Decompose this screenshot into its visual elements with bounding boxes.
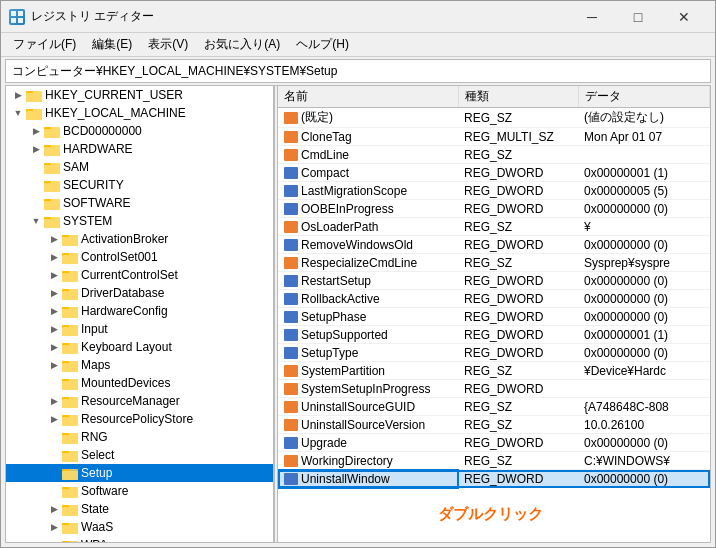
- tree-item-setup[interactable]: Setup: [6, 464, 273, 482]
- registry-row[interactable]: (既定)REG_SZ(値の設定なし): [278, 108, 710, 128]
- tree-item-hardwareconfig[interactable]: ▶ HardwareConfig: [6, 302, 273, 320]
- registry-row[interactable]: UninstallSourceVersionREG_SZ10.0.26100: [278, 416, 710, 434]
- svg-rect-36: [62, 273, 78, 282]
- svg-rect-27: [44, 219, 60, 228]
- registry-row[interactable]: UninstallWindowREG_DWORD0x00000000 (0): [278, 470, 710, 488]
- registry-row[interactable]: CmdLineREG_SZ: [278, 146, 710, 164]
- tree-item-mounteddevices[interactable]: MountedDevices: [6, 374, 273, 392]
- folder-icon: [62, 340, 78, 354]
- registry-name-text: SystemPartition: [301, 364, 385, 378]
- tree-item-driverdatabase[interactable]: ▶ DriverDatabase: [6, 284, 273, 302]
- tree-item-wpa[interactable]: ▶ WPA: [6, 536, 273, 542]
- registry-name-text: RespecializeCmdLine: [301, 256, 417, 270]
- tree-item-state[interactable]: ▶ State: [6, 500, 273, 518]
- tree-label: HKEY_CURRENT_USER: [45, 88, 183, 102]
- expand-icon: ▼: [10, 105, 26, 121]
- close-button[interactable]: ✕: [661, 1, 707, 33]
- tree-item-system[interactable]: ▼ SYSTEM: [6, 212, 273, 230]
- svg-rect-2: [11, 18, 16, 23]
- tree-pane[interactable]: ▶ HKEY_CURRENT_USER ▼ HKEY_LOCAL_MACHINE…: [6, 86, 274, 542]
- tree-item-keyboard-layout[interactable]: ▶ Keyboard Layout: [6, 338, 273, 356]
- breadcrumb-path: コンピューター¥HKEY_LOCAL_MACHINE¥SYSTEM¥Setup: [12, 63, 337, 80]
- registry-name-text: CloneTag: [301, 130, 352, 144]
- tree-item-activationbroker[interactable]: ▶ ActivationBroker: [6, 230, 273, 248]
- registry-row[interactable]: UninstallSourceGUIDREG_SZ{A748648C-808: [278, 398, 710, 416]
- tree-label: Setup: [81, 466, 112, 480]
- folder-icon: [62, 322, 78, 336]
- registry-row[interactable]: CloneTagREG_MULTI_SZMon Apr 01 07: [278, 128, 710, 146]
- registry-row[interactable]: RestartSetupREG_DWORD0x00000000 (0): [278, 272, 710, 290]
- registry-cell-name: SetupType: [278, 344, 458, 362]
- tree-item-sam[interactable]: SAM: [6, 158, 273, 176]
- folder-icon: [62, 268, 78, 282]
- registry-cell-type: REG_SZ: [458, 146, 578, 164]
- tree-item-maps[interactable]: ▶ Maps: [6, 356, 273, 374]
- svg-rect-72: [62, 489, 78, 498]
- registry-row[interactable]: SetupTypeREG_DWORD0x00000000 (0): [278, 344, 710, 362]
- registry-cell-data: (値の設定なし): [578, 108, 710, 128]
- tree-item-hklm[interactable]: ▼ HKEY_LOCAL_MACHINE: [6, 104, 273, 122]
- registry-row[interactable]: RollbackActiveREG_DWORD0x00000000 (0): [278, 290, 710, 308]
- menu-favorites[interactable]: お気に入り(A): [196, 34, 288, 55]
- menu-view[interactable]: 表示(V): [140, 34, 196, 55]
- registry-cell-name: SystemSetupInProgress: [278, 380, 458, 398]
- maximize-button[interactable]: □: [615, 1, 661, 33]
- tree-item-controlset001[interactable]: ▶ ControlSet001: [6, 248, 273, 266]
- tree-label: SAM: [63, 160, 89, 174]
- tree-label: CurrentControlSet: [81, 268, 178, 282]
- tree-item-software-hklm[interactable]: SOFTWARE: [6, 194, 273, 212]
- tree-item-currentcontrolset[interactable]: ▶ CurrentControlSet: [6, 266, 273, 284]
- svg-rect-0: [11, 11, 16, 16]
- registry-name-text: UninstallWindow: [301, 472, 390, 486]
- menu-edit[interactable]: 編集(E): [84, 34, 140, 55]
- registry-cell-type: REG_DWORD: [458, 470, 578, 488]
- menu-file[interactable]: ファイル(F): [5, 34, 84, 55]
- tree-item-hkcu[interactable]: ▶ HKEY_CURRENT_USER: [6, 86, 273, 104]
- dword-icon: [284, 167, 298, 179]
- registry-cell-name: SetupSupported: [278, 326, 458, 344]
- tree-label: ActivationBroker: [81, 232, 168, 246]
- registry-row[interactable]: RespecializeCmdLineREG_SZSysprep¥syspre: [278, 254, 710, 272]
- folder-icon: [44, 214, 60, 228]
- registry-cell-data: 0x00000000 (0): [578, 290, 710, 308]
- tree-item-resourcemanager[interactable]: ▶ ResourceManager: [6, 392, 273, 410]
- registry-row[interactable]: WorkingDirectoryREG_SZC:¥WINDOWS¥: [278, 452, 710, 470]
- registry-row[interactable]: RemoveWindowsOldREG_DWORD0x00000000 (0): [278, 236, 710, 254]
- registry-cell-data: C:¥WINDOWS¥: [578, 452, 710, 470]
- registry-row[interactable]: OOBEInProgressREG_DWORD0x00000000 (0): [278, 200, 710, 218]
- folder-icon: [62, 412, 78, 426]
- minimize-button[interactable]: ─: [569, 1, 615, 33]
- registry-cell-data: [578, 146, 710, 164]
- registry-cell-type: REG_SZ: [458, 108, 578, 128]
- tree-item-hardware[interactable]: ▶ HARDWARE: [6, 140, 273, 158]
- col-type: 種類: [458, 86, 578, 108]
- tree-item-select[interactable]: Select: [6, 446, 273, 464]
- main-window: レジストリ エディター ─ □ ✕ ファイル(F) 編集(E) 表示(V) お気…: [0, 0, 716, 548]
- col-data: データ: [578, 86, 710, 108]
- tree-item-waas[interactable]: ▶ WaaS: [6, 518, 273, 536]
- tree-item-bcd[interactable]: ▶ BCD00000000: [6, 122, 273, 140]
- registry-pane[interactable]: 名前 種類 データ (既定)REG_SZ(値の設定なし)CloneTagREG_…: [278, 86, 710, 542]
- menu-help[interactable]: ヘルプ(H): [288, 34, 357, 55]
- registry-cell-type: REG_SZ: [458, 254, 578, 272]
- tree-label: RNG: [81, 430, 108, 444]
- registry-row[interactable]: UpgradeREG_DWORD0x00000000 (0): [278, 434, 710, 452]
- expand-icon: ▶: [46, 501, 62, 517]
- breadcrumb[interactable]: コンピューター¥HKEY_LOCAL_MACHINE¥SYSTEM¥Setup: [5, 59, 711, 83]
- registry-name-text: UninstallSourceGUID: [301, 400, 415, 414]
- registry-row[interactable]: SystemPartitionREG_SZ¥Device¥Hardc: [278, 362, 710, 380]
- registry-row[interactable]: OsLoaderPathREG_SZ¥: [278, 218, 710, 236]
- registry-cell-data: 0x00000000 (0): [578, 200, 710, 218]
- expand-icon: ▶: [46, 285, 62, 301]
- registry-row[interactable]: LastMigrationScopeREG_DWORD0x00000005 (5…: [278, 182, 710, 200]
- tree-item-security[interactable]: SECURITY: [6, 176, 273, 194]
- tree-item-software[interactable]: Software: [6, 482, 273, 500]
- tree-item-rng[interactable]: RNG: [6, 428, 273, 446]
- tree-item-resourcepolicystore[interactable]: ▶ ResourcePolicyStore: [6, 410, 273, 428]
- main-area: ▶ HKEY_CURRENT_USER ▼ HKEY_LOCAL_MACHINE…: [5, 85, 711, 543]
- registry-row[interactable]: SystemSetupInProgressREG_DWORD: [278, 380, 710, 398]
- tree-item-input[interactable]: ▶ Input: [6, 320, 273, 338]
- registry-row[interactable]: SetupPhaseREG_DWORD0x00000000 (0): [278, 308, 710, 326]
- registry-row[interactable]: SetupSupportedREG_DWORD0x00000001 (1): [278, 326, 710, 344]
- registry-row[interactable]: CompactREG_DWORD0x00000001 (1): [278, 164, 710, 182]
